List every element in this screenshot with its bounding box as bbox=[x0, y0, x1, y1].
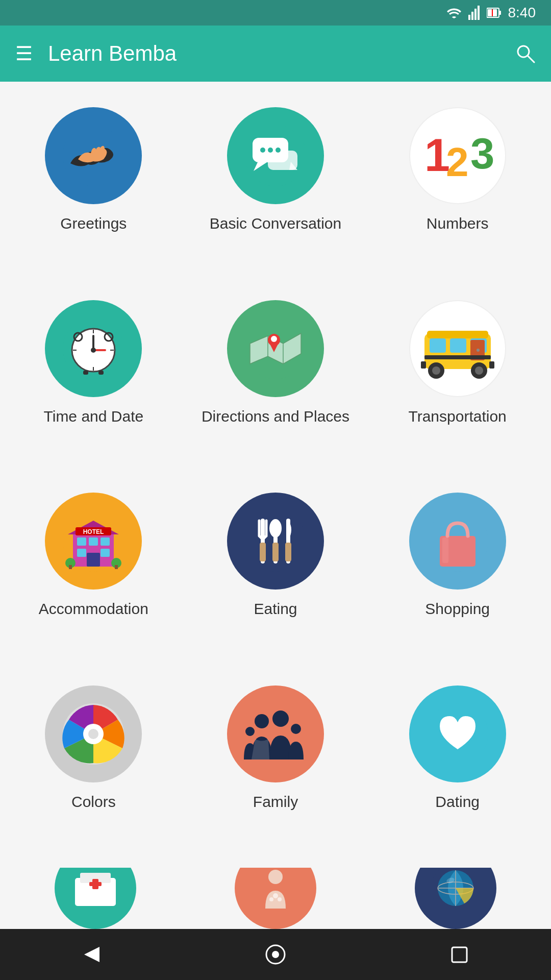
svg-point-54 bbox=[475, 366, 483, 375]
category-item-eating[interactable]: Eating bbox=[187, 477, 364, 665]
svg-rect-116 bbox=[452, 947, 467, 962]
category-item-dating[interactable]: Dating bbox=[369, 670, 546, 858]
category-item-directions[interactable]: Directions and Places bbox=[187, 285, 364, 473]
accommodation-label: Accommodation bbox=[39, 599, 148, 619]
category-item-accommodation[interactable]: HOTEL Accommodation bbox=[5, 477, 182, 665]
bottom-navigation bbox=[0, 929, 551, 980]
category-grid: Greetings Basic Conversation bbox=[0, 82, 551, 868]
svg-rect-65 bbox=[101, 549, 110, 557]
family-label: Family bbox=[253, 792, 298, 812]
svg-point-52 bbox=[432, 366, 440, 375]
svg-point-94 bbox=[291, 724, 301, 734]
numbers-icon: 1 2 3 bbox=[409, 107, 506, 204]
svg-point-93 bbox=[272, 710, 289, 727]
partial3-icon bbox=[415, 868, 496, 929]
svg-rect-72 bbox=[115, 565, 118, 569]
svg-rect-25 bbox=[83, 371, 88, 375]
greetings-label: Greetings bbox=[60, 213, 127, 233]
svg-point-31 bbox=[91, 348, 96, 353]
colors-label: Colors bbox=[71, 792, 116, 812]
svg-point-106 bbox=[278, 897, 282, 901]
conversation-icon bbox=[227, 107, 324, 204]
svg-marker-113 bbox=[84, 947, 99, 962]
shopping-icon bbox=[409, 493, 506, 590]
time-label: Time and Date bbox=[44, 406, 144, 426]
category-item-time[interactable]: Time and Date bbox=[5, 285, 182, 473]
svg-rect-47 bbox=[450, 338, 466, 353]
svg-text:HOTEL: HOTEL bbox=[83, 528, 104, 535]
eating-label: Eating bbox=[254, 599, 297, 619]
numbers-label: Numbers bbox=[427, 213, 489, 233]
svg-rect-62 bbox=[89, 537, 98, 546]
conversation-label: Basic Conversation bbox=[210, 213, 341, 233]
family-icon bbox=[227, 685, 324, 782]
eating-icon bbox=[227, 493, 324, 590]
svg-text:3: 3 bbox=[470, 129, 494, 178]
partial1-icon bbox=[55, 868, 136, 929]
shopping-label: Shopping bbox=[425, 599, 490, 619]
dating-label: Dating bbox=[435, 792, 480, 812]
svg-point-105 bbox=[269, 897, 273, 901]
svg-rect-83 bbox=[260, 543, 266, 561]
svg-rect-82 bbox=[285, 543, 291, 561]
svg-rect-84 bbox=[272, 543, 279, 561]
transport-icon bbox=[409, 300, 506, 397]
svg-point-95 bbox=[245, 727, 255, 736]
svg-rect-63 bbox=[101, 537, 110, 546]
search-icon[interactable] bbox=[515, 43, 536, 64]
colors-icon bbox=[45, 685, 142, 782]
svg-rect-87 bbox=[442, 537, 448, 563]
category-item-basic-conversation[interactable]: Basic Conversation bbox=[187, 92, 364, 280]
svg-point-92 bbox=[255, 714, 269, 728]
svg-rect-56 bbox=[489, 361, 494, 369]
svg-rect-66 bbox=[87, 553, 100, 567]
svg-point-104 bbox=[273, 893, 278, 898]
back-button[interactable] bbox=[71, 934, 112, 975]
svg-rect-55 bbox=[421, 361, 426, 369]
app-bar: ☰ Learn Bemba bbox=[0, 26, 551, 82]
app-title: Learn Bemba bbox=[48, 41, 500, 66]
time-display: 8:40 bbox=[508, 5, 536, 21]
home-button[interactable] bbox=[255, 934, 296, 975]
svg-rect-5 bbox=[499, 11, 501, 15]
greetings-icon bbox=[45, 107, 142, 204]
svg-point-79 bbox=[269, 519, 282, 537]
svg-rect-101 bbox=[92, 879, 98, 889]
svg-point-18 bbox=[276, 148, 281, 153]
svg-rect-26 bbox=[98, 371, 104, 375]
battery-icon bbox=[487, 7, 501, 18]
category-item-colors[interactable]: Colors bbox=[5, 670, 182, 858]
svg-rect-61 bbox=[77, 537, 86, 546]
svg-rect-46 bbox=[430, 338, 446, 353]
signal-icon bbox=[468, 6, 480, 20]
category-item-numbers[interactable]: 1 2 3 Numbers bbox=[369, 92, 546, 280]
svg-point-115 bbox=[272, 951, 279, 958]
category-item-shopping[interactable]: Shopping bbox=[369, 477, 546, 665]
svg-rect-71 bbox=[69, 565, 72, 569]
category-item-partial2[interactable] bbox=[185, 868, 365, 929]
category-item-greetings[interactable]: Greetings bbox=[5, 92, 182, 280]
svg-rect-64 bbox=[77, 549, 86, 557]
recents-button[interactable] bbox=[439, 934, 480, 975]
directions-icon bbox=[227, 300, 324, 397]
accommodation-icon: HOTEL bbox=[45, 493, 142, 590]
wifi-icon bbox=[447, 7, 461, 18]
svg-rect-3 bbox=[478, 6, 480, 20]
category-item-family[interactable]: Family bbox=[187, 670, 364, 858]
svg-rect-0 bbox=[468, 15, 470, 20]
svg-text:2: 2 bbox=[446, 139, 469, 185]
category-item-partial3[interactable] bbox=[366, 868, 546, 929]
menu-icon[interactable]: ☰ bbox=[15, 42, 33, 65]
svg-point-90 bbox=[88, 729, 98, 739]
category-item-transportation[interactable]: Transportation bbox=[369, 285, 546, 473]
status-bar: 8:40 bbox=[0, 0, 551, 26]
svg-point-103 bbox=[268, 870, 283, 884]
svg-line-9 bbox=[528, 56, 534, 62]
svg-rect-57 bbox=[424, 355, 491, 359]
category-item-partial1[interactable] bbox=[5, 868, 185, 929]
time-icon bbox=[45, 300, 142, 397]
svg-point-17 bbox=[268, 148, 273, 153]
transport-label: Transportation bbox=[408, 406, 506, 426]
svg-rect-2 bbox=[474, 9, 477, 20]
svg-point-42 bbox=[271, 336, 277, 342]
